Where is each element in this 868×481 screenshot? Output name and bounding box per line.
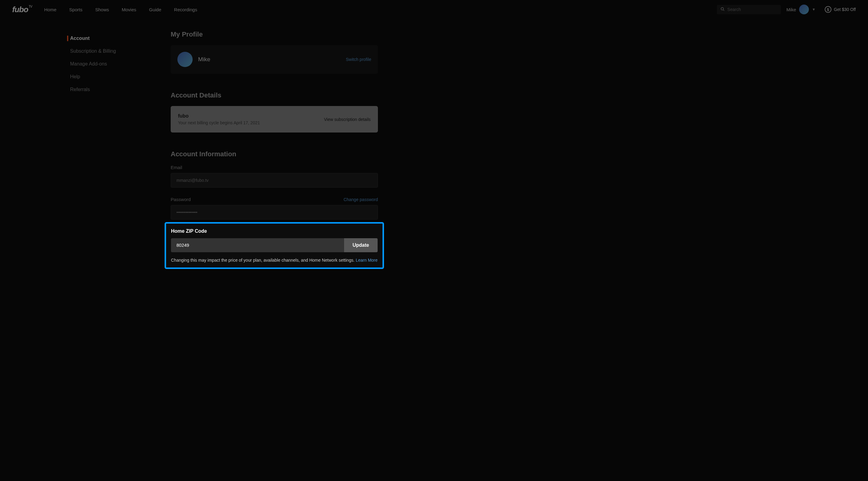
details-left: fubo Your next billing cycle begins Apri… [178,113,324,125]
user-menu[interactable]: Mike ▼ [786,5,815,14]
sidebar-item-account[interactable]: Account [70,32,140,45]
view-subscription-link[interactable]: View subscription details [324,117,371,122]
main-nav: Home Sports Shows Movies Guide Recording… [44,7,197,12]
promo-label: Get $30 Off [834,7,856,12]
profile-name: Mike [198,56,210,63]
svg-point-0 [721,7,723,10]
logo-text: fubo [12,5,28,14]
nav-guide[interactable]: Guide [149,7,161,12]
change-password-link[interactable]: Change password [343,197,378,202]
nav-movies[interactable]: Movies [122,7,136,12]
profile-section-title: My Profile [171,30,378,38]
password-input-wrapper [171,205,378,220]
promo-button[interactable]: $ Get $30 Off [825,6,856,13]
nav-home[interactable]: Home [44,7,56,12]
zip-highlight-box: Home ZIP Code Update Changing this may i… [164,222,384,269]
learn-more-link[interactable]: Learn More [356,258,378,263]
password-label: Password [171,197,191,202]
profile-avatar [177,52,193,67]
logo-suffix: TV [29,5,32,8]
zip-input-wrapper [171,238,344,252]
user-avatar [799,5,809,14]
profile-card: Mike Switch profile [171,45,378,74]
nav-sports[interactable]: Sports [69,7,82,12]
zip-label: Home ZIP Code [171,228,378,234]
billing-info: Your next billing cycle begins April 17,… [178,120,324,125]
content-area: My Profile Mike Switch profile Account D… [171,30,378,269]
email-label: Email [171,165,378,170]
email-input-wrapper [171,173,378,188]
top-header: fuboTV Home Sports Shows Movies Guide Re… [0,0,868,19]
chevron-down-icon: ▼ [812,7,815,11]
sidebar-item-help[interactable]: Help [70,70,140,83]
details-card: fubo Your next billing cycle begins Apri… [171,106,378,132]
search-input[interactable] [727,7,780,12]
sidebar-item-addons[interactable]: Manage Add-ons [70,58,140,70]
settings-sidebar: Account Subscription & Billing Manage Ad… [70,30,140,269]
dollar-icon: $ [825,6,831,13]
nav-shows[interactable]: Shows [95,7,109,12]
search-box[interactable] [717,5,781,14]
zip-row: Update [171,238,378,252]
update-button[interactable]: Update [344,238,378,252]
header-right: Mike ▼ $ Get $30 Off [717,5,856,14]
switch-profile-link[interactable]: Switch profile [346,57,371,62]
password-input[interactable] [177,210,372,215]
sidebar-item-subscription[interactable]: Subscription & Billing [70,45,140,58]
svg-line-1 [723,9,724,11]
nav-recordings[interactable]: Recordings [174,7,197,12]
zip-input[interactable] [177,243,339,248]
search-icon [720,7,725,12]
disclaimer-text: Changing this may impact the price of yo… [171,258,356,263]
sidebar-item-referrals[interactable]: Referrals [70,83,140,96]
user-name-label: Mike [786,7,796,12]
zip-disclaimer: Changing this may impact the price of yo… [171,258,378,263]
details-section-title: Account Details [171,91,378,99]
email-input[interactable] [177,178,372,183]
logo[interactable]: fuboTV [12,5,32,14]
info-section-title: Account Information [171,150,378,158]
main-container: Account Subscription & Billing Manage Ad… [0,19,868,281]
plan-name: fubo [178,113,324,119]
password-label-row: Password Change password [171,197,378,202]
